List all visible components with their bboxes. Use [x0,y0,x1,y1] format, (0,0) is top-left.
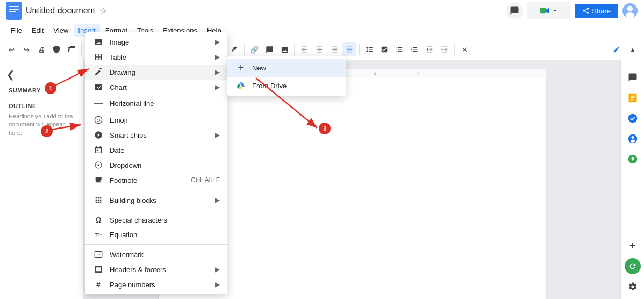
undo-button[interactable]: ↩ [4,42,18,56]
checklist-button[interactable] [377,42,391,56]
right-refresh-icon[interactable] [625,258,641,274]
menu-edit[interactable]: Edit [27,24,48,37]
drawing-arrow: ▶ [215,68,220,76]
emoji-label: Emoji [110,116,220,124]
table-label: Table [110,53,215,61]
menu-equation[interactable]: π+ Equation [85,227,227,242]
comment-icon[interactable] [506,2,523,19]
outline-section: OUTLINE Headings you add to the document… [0,98,83,141]
right-add-icon[interactable]: + [625,238,641,254]
menu-watermark[interactable]: Watermark [85,247,227,262]
menu-chart[interactable]: Chart ▶ [85,80,227,95]
footnote-label: Footnote [110,176,187,184]
drawing-label: Drawing [110,68,215,76]
dropdown-row-icon [92,161,104,169]
meet-icon[interactable] [527,2,570,19]
headers-label: Headers & footers [110,266,215,274]
svg-rect-0 [6,2,22,20]
align-left-button[interactable] [297,42,311,56]
menu-footnote[interactable]: Footnote Ctrl+Alt+F [85,173,227,188]
right-contacts-icon[interactable] [625,131,641,147]
watermark-row-icon [92,250,104,259]
toolbar-sep-1 [81,44,82,55]
sidebar-back[interactable]: ❮ [0,65,83,85]
right-comment-icon[interactable] [625,69,641,86]
right-tasks-icon[interactable] [625,110,641,126]
right-sidebar: + [620,60,644,299]
buildingblocks-arrow: ▶ [215,196,220,204]
svg-rect-2 [9,9,19,10]
line-spacing-button[interactable] [362,42,376,56]
clear-format-button[interactable]: ✕ [457,42,471,56]
menu-specialchars[interactable]: Ω Special characters [85,212,227,227]
pagenumbers-arrow: ▶ [215,281,220,288]
drawing-submenu: + New From Drive [227,56,346,96]
share-label: Share [592,7,611,15]
submenu-new[interactable]: + New [227,59,346,77]
toolbar-sep-7 [454,44,455,55]
new-icon: + [235,62,247,74]
right-settings-icon[interactable] [625,279,641,295]
menu-image[interactable]: Image ▶ [85,34,227,49]
collapse-toolbar-button[interactable]: ▲ [626,42,640,56]
user-avatar[interactable] [622,3,638,18]
right-maps-icon[interactable] [625,151,641,167]
pagenumbers-row-icon: # [92,280,104,289]
indent-decrease-button[interactable] [423,42,437,56]
edit-mode-button[interactable] [610,42,624,56]
table-row-icon [92,53,104,61]
menu-pagenumbers[interactable]: # Page numbers ▶ [85,277,227,292]
paintformat-button[interactable] [65,42,78,56]
image-toolbar-button[interactable] [277,42,291,56]
menu-table[interactable]: Table ▶ [85,49,227,65]
menu-buildingblocks[interactable]: Building blocks ▶ [85,193,227,208]
comment-toolbar-button[interactable] [262,42,276,56]
divider-1 [85,190,227,190]
star-icon[interactable]: ☆ [99,6,107,16]
equation-label: Equation [110,231,220,239]
divider-3 [85,244,227,245]
menu-headers[interactable]: Headers & footers ▶ [85,262,227,277]
smartchips-row-icon [92,131,104,139]
bullet-list-button[interactable] [392,42,406,56]
redo-button[interactable]: ↪ [19,42,33,56]
link-button[interactable]: 🔗 [247,42,261,56]
insert-dropdown: Image ▶ Table ▶ Drawing ▶ Chart ▶ — Hori… [85,32,227,294]
align-right-button[interactable] [327,42,341,56]
menu-hline[interactable]: — Horizontal line [85,95,227,112]
footnote-shortcut: Ctrl+Alt+F [191,176,220,184]
pagenumbers-label: Page numbers [110,281,215,289]
print-button[interactable]: 🖨 [34,42,48,56]
highlight-button[interactable] [227,42,241,56]
doc-title[interactable]: Untitled document [26,6,95,16]
right-keep-icon[interactable] [625,90,641,106]
share-button[interactable]: Share [575,4,618,18]
menu-date[interactable]: Date [85,143,227,158]
specialchars-row-icon: Ω [92,216,104,224]
justify-button[interactable] [342,42,356,56]
outline-label: OUTLINE [9,103,74,109]
annotation-3: 3 [319,123,331,134]
svg-point-7 [627,6,633,11]
new-label: New [252,64,266,72]
watermark-label: Watermark [110,251,220,259]
submenu-from-drive[interactable]: From Drive [227,77,346,94]
svg-point-16 [630,140,634,143]
indent-increase-button[interactable] [438,42,452,56]
align-center-button[interactable] [312,42,326,56]
svg-rect-10 [630,96,634,97]
emoji-row-icon [92,116,104,124]
menu-emoji[interactable]: Emoji [85,112,227,127]
menu-smartchips[interactable]: Smart chips ▶ [85,127,227,143]
menu-view[interactable]: View [49,24,73,37]
annotation-1: 1 [45,82,56,94]
menu-file[interactable]: File [6,24,26,37]
chart-label: Chart [110,83,215,91]
equation-row-icon: π+ [92,231,104,239]
spellcheck-button[interactable] [49,42,63,56]
menu-drawing[interactable]: Drawing ▶ [85,65,227,80]
date-row-icon [92,146,104,154]
divider-2 [85,210,227,210]
menu-dropdown[interactable]: Dropdown [85,158,227,173]
numbered-list-button[interactable] [407,42,421,56]
